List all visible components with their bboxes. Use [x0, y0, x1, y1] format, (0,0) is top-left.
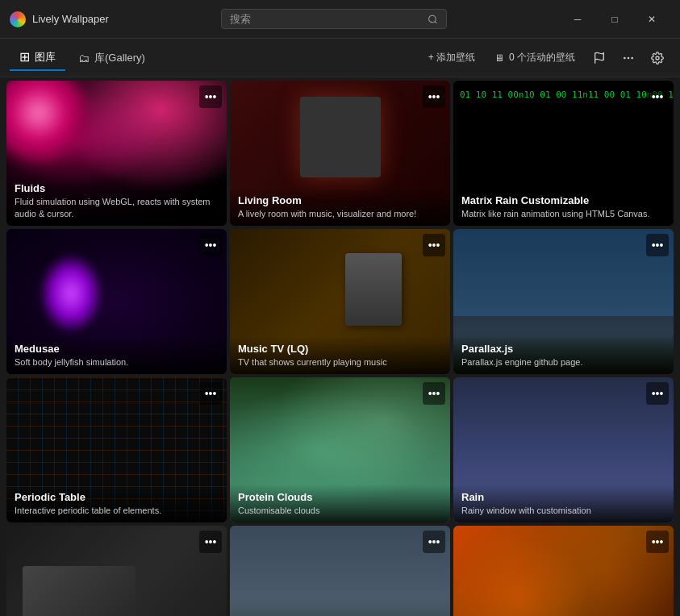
- library-grid-icon: ⊞: [19, 49, 30, 65]
- card-menu-simplesystem[interactable]: •••: [199, 531, 222, 553]
- active-label: 0 个活动的壁纸: [509, 51, 575, 65]
- close-button[interactable]: ✕: [633, 6, 670, 32]
- card-menu-rain[interactable]: •••: [646, 382, 669, 405]
- card-title-matrix: Matrix Rain Customizable: [461, 194, 665, 206]
- card-desc-medusae: Soft body jellyfish simulation.: [15, 356, 219, 368]
- card-desc-musictv: TV that shows currently playing music: [238, 356, 442, 368]
- svg-point-6: [656, 56, 659, 60]
- card-overlay-matrix: Matrix Rain Customizable Matrix like rai…: [453, 188, 674, 226]
- card-desc-periodic: Interactive periodic table of elements.: [15, 505, 219, 516]
- card-overlay-livingroom: Living Room A lively room with music, vi…: [230, 188, 450, 226]
- card-desc-matrix: Matrix like rain animation using HTML5 C…: [461, 208, 665, 219]
- card-title-rain: Rain: [461, 491, 665, 503]
- nav-library[interactable]: ⊞ 图库: [10, 44, 65, 71]
- search-input[interactable]: [230, 13, 421, 25]
- more-button[interactable]: [615, 45, 641, 71]
- card-menu-livingroom[interactable]: •••: [423, 85, 445, 108]
- card-menu-clouds[interactable]: •••: [423, 382, 445, 405]
- card-matrix[interactable]: ••• Matrix Rain Customizable Matrix like…: [453, 81, 674, 226]
- svg-point-0: [429, 15, 436, 23]
- monitor-icon: 🖥: [494, 52, 504, 64]
- card-desc-livingroom: A lively room with music, visualizer and…: [238, 208, 442, 219]
- card-thehill[interactable]: ••• The Hill Shader generated hill.: [230, 526, 450, 616]
- flag-icon: [593, 52, 606, 65]
- gallery-icon: 🗂: [78, 52, 90, 65]
- card-title-medusae: Medusae: [15, 343, 219, 355]
- card-fluids[interactable]: ••• Fluids Fluid simulation using WebGL,…: [6, 81, 227, 226]
- card-menu-medusae[interactable]: •••: [199, 234, 222, 256]
- card-menu-triangles[interactable]: •••: [646, 531, 669, 553]
- card-bg-thehill: [230, 526, 450, 616]
- app-logo: [10, 11, 26, 27]
- card-medusae[interactable]: ••• Medusae Soft body jellyfish simulati…: [6, 229, 227, 374]
- title-bar-left: Lively Wallpaper: [10, 11, 109, 27]
- nav-actions: + 添加壁纸 🖥 0 个活动的壁纸: [420, 45, 670, 71]
- card-desc-parallax: Parallax.js engine github page.: [461, 356, 665, 368]
- app-title: Lively Wallpaper: [32, 13, 109, 25]
- card-title-livingroom: Living Room: [238, 194, 442, 206]
- card-menu-musictv[interactable]: •••: [423, 234, 445, 256]
- card-overlay-musictv: Music TV (LQ) TV that shows currently pl…: [230, 336, 450, 374]
- settings-button[interactable]: [645, 45, 670, 71]
- card-menu-thehill[interactable]: •••: [423, 531, 445, 553]
- card-bg-triangles: [453, 526, 674, 616]
- window-controls: ─ □ ✕: [559, 6, 670, 32]
- card-title-parallax: Parallax.js: [461, 343, 665, 355]
- card-menu-matrix[interactable]: •••: [646, 85, 669, 108]
- card-title-fluids: Fluids: [15, 182, 219, 194]
- card-musictv[interactable]: ••• Music TV (LQ) TV that shows currentl…: [230, 229, 450, 374]
- add-wallpaper-button[interactable]: + 添加壁纸: [420, 47, 483, 69]
- svg-line-1: [435, 21, 436, 23]
- active-wallpaper-button[interactable]: 🖥 0 个活动的壁纸: [486, 47, 583, 69]
- svg-point-5: [632, 57, 632, 58]
- add-label: + 添加壁纸: [428, 51, 475, 65]
- card-desc-clouds: Customisable clouds: [238, 505, 442, 516]
- card-title-clouds: Protein Clouds: [238, 491, 442, 503]
- maximize-button[interactable]: □: [596, 6, 633, 32]
- card-menu-fluids[interactable]: •••: [199, 85, 222, 108]
- card-desc-rain: Rainy window with customisation: [461, 505, 665, 516]
- card-overlay-medusae: Medusae Soft body jellyfish simulation.: [6, 336, 227, 374]
- card-overlay-clouds: Protein Clouds Customisable clouds: [230, 485, 450, 522]
- card-title-musictv: Music TV (LQ): [238, 343, 442, 355]
- more-icon: [622, 52, 635, 65]
- nav-bar: ⊞ 图库 🗂 库(Gallery) + 添加壁纸 🖥 0 个活动的壁纸: [0, 39, 680, 77]
- title-bar: Lively Wallpaper ─ □ ✕: [0, 0, 680, 39]
- svg-point-4: [628, 57, 628, 58]
- search-bar[interactable]: [221, 9, 447, 29]
- wallpaper-grid: ••• Fluids Fluid simulation using WebGL,…: [0, 77, 680, 616]
- settings-icon: [651, 52, 664, 65]
- card-bg-simplesystem: [6, 526, 227, 616]
- card-menu-periodic[interactable]: •••: [199, 382, 222, 405]
- card-parallax[interactable]: ••• Parallax.js Parallax.js engine githu…: [453, 229, 674, 374]
- card-clouds[interactable]: ••• Protein Clouds Customisable clouds: [230, 377, 450, 522]
- card-triangles[interactable]: ••• Triangles & Light Triangle pattern g…: [453, 526, 674, 616]
- card-overlay-fluids: Fluids Fluid simulation using WebGL, rea…: [6, 176, 227, 226]
- card-overlay-parallax: Parallax.js Parallax.js engine github pa…: [453, 336, 674, 374]
- flag-button[interactable]: [586, 45, 612, 71]
- card-desc-fluids: Fluid simulation using WebGL, reacts wit…: [15, 196, 219, 219]
- library-label: 图库: [35, 50, 56, 65]
- card-overlay-rain: Rain Rainy window with customisation: [453, 485, 674, 522]
- card-livingroom[interactable]: ••• Living Room A lively room with music…: [230, 81, 450, 226]
- card-menu-parallax[interactable]: •••: [646, 234, 669, 256]
- card-rain[interactable]: ••• Rain Rainy window with customisation: [453, 377, 674, 522]
- gallery-label: 库(Gallery): [94, 51, 145, 65]
- card-title-periodic: Periodic Table: [15, 491, 219, 503]
- svg-point-3: [624, 57, 625, 58]
- minimize-button[interactable]: ─: [559, 6, 596, 32]
- card-periodic[interactable]: ••• Periodic Table Interactive periodic …: [6, 377, 227, 522]
- card-overlay-periodic: Periodic Table Interactive periodic tabl…: [6, 485, 227, 522]
- nav-gallery[interactable]: 🗂 库(Gallery): [69, 46, 155, 70]
- card-simplesystem[interactable]: ••• Simple System Lively hardware API sh…: [6, 526, 227, 616]
- search-icon: [428, 14, 438, 25]
